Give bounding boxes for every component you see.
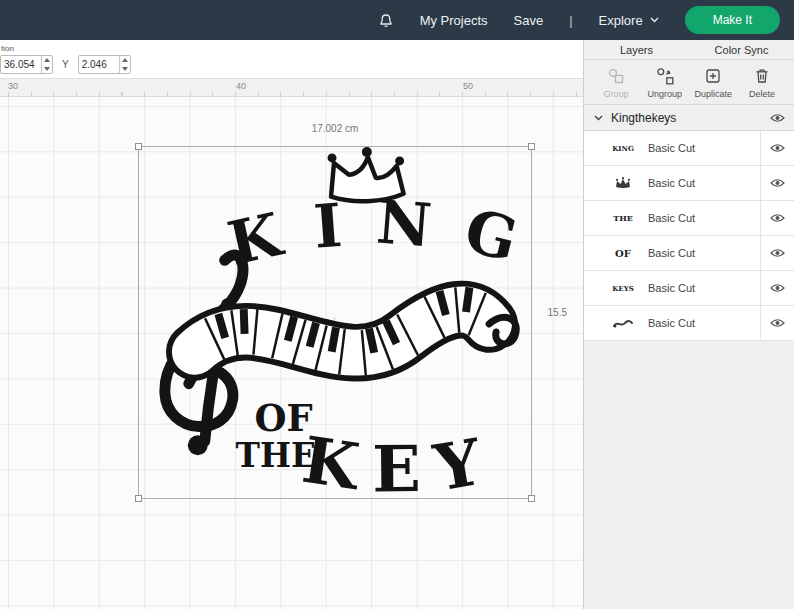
my-projects-link[interactable]: My Projects: [420, 13, 488, 28]
selection-bounding-box[interactable]: 17.002 cm 15.5: [138, 146, 532, 499]
layer-row-king[interactable]: KING Basic Cut: [584, 131, 794, 166]
y-stepper-down[interactable]: [120, 65, 130, 74]
top-nav-bar: My Projects Save | Explore Make It: [0, 0, 794, 40]
design-canvas[interactable]: 17.002 cm 15.5: [0, 97, 583, 609]
x-position-field[interactable]: [0, 55, 53, 74]
eye-icon: [770, 283, 785, 293]
ruler-tick-50: 50: [463, 81, 473, 91]
y-axis-label: Y: [62, 59, 69, 70]
ungroup-label: Ungroup: [647, 89, 682, 99]
layer-row-crown[interactable]: Basic Cut: [584, 166, 794, 201]
layer-group-name: Kingthekeys: [611, 111, 676, 125]
layer-row-the[interactable]: THE Basic Cut: [584, 201, 794, 236]
the-layer-thumbnail: THE: [606, 206, 640, 230]
main-content: tion Y: [0, 40, 794, 609]
tab-color-sync[interactable]: Color Sync: [689, 40, 794, 59]
eye-icon: [770, 143, 785, 153]
y-position-field[interactable]: [78, 55, 131, 74]
y-stepper: [119, 56, 130, 73]
layer-visibility-toggle[interactable]: [760, 166, 794, 200]
notifications-button[interactable]: [378, 12, 394, 29]
group-visibility-toggle[interactable]: [760, 105, 794, 130]
delete-button[interactable]: Delete: [738, 67, 786, 99]
piano-key-ribbon: [195, 287, 516, 376]
king-of-the-keys-artwork[interactable]: KING OF THE KEYS: [139, 147, 531, 498]
eye-icon: [770, 318, 785, 328]
crown-thumbnail: [606, 171, 640, 195]
x-stepper: [41, 56, 52, 73]
position-fields: Y: [0, 55, 131, 74]
layer-actions-toolbar: Group Ungroup Duplicate D: [584, 60, 794, 105]
horizontal-ruler: 30 40 50: [0, 79, 583, 97]
topbar-divider: |: [569, 13, 572, 28]
selection-height-label: 15.5: [548, 307, 567, 318]
layer-row-clef-keys[interactable]: Basic Cut: [584, 306, 794, 341]
ungroup-button[interactable]: Ungroup: [641, 67, 689, 99]
layer-cut-type: Basic Cut: [648, 177, 760, 189]
layer-group-header[interactable]: Kingthekeys: [584, 105, 794, 131]
layer-row-of[interactable]: OF Basic Cut: [584, 236, 794, 271]
group-label: Group: [603, 89, 628, 99]
explore-label: Explore: [599, 13, 643, 28]
layer-visibility-toggle[interactable]: [760, 131, 794, 165]
layer-visibility-toggle[interactable]: [760, 236, 794, 270]
layer-cut-type: Basic Cut: [648, 142, 760, 154]
chevron-down-icon: [650, 17, 659, 23]
duplicate-label: Duplicate: [695, 89, 733, 99]
x-position-input[interactable]: [1, 56, 41, 73]
x-stepper-down[interactable]: [42, 65, 52, 74]
position-label: tion: [1, 44, 14, 53]
layer-visibility-toggle[interactable]: [760, 271, 794, 305]
bell-icon: [378, 12, 394, 29]
ruler-tick-30: 30: [8, 81, 18, 91]
group-icon: [607, 67, 625, 85]
clef-dot: [188, 435, 208, 455]
delete-icon: [753, 67, 771, 85]
keys-layer-thumbnail: KEYS: [606, 276, 640, 300]
tab-layers[interactable]: Layers: [584, 40, 689, 59]
save-label: Save: [514, 13, 544, 28]
layers-panel: Layers Color Sync Group Ungroup: [583, 40, 794, 609]
panel-tabs: Layers Color Sync: [584, 40, 794, 60]
delete-label: Delete: [749, 89, 775, 99]
duplicate-icon: [704, 67, 722, 85]
y-position-input[interactable]: [79, 56, 119, 73]
eye-icon: [770, 178, 785, 188]
clef-keys-icon: [612, 317, 634, 329]
eye-icon: [770, 113, 785, 123]
layer-cut-type: Basic Cut: [648, 247, 760, 259]
eye-icon: [770, 213, 785, 223]
work-area: tion Y: [0, 40, 583, 609]
make-it-button[interactable]: Make It: [685, 6, 780, 34]
of-word: OF: [254, 396, 312, 440]
x-stepper-up[interactable]: [42, 56, 52, 65]
layer-cut-type: Basic Cut: [648, 317, 760, 329]
crown-icon: [614, 177, 632, 189]
ruler-tick-40: 40: [236, 81, 246, 91]
y-stepper-up[interactable]: [120, 56, 130, 65]
eye-icon: [770, 248, 785, 258]
my-projects-label: My Projects: [420, 13, 488, 28]
duplicate-button[interactable]: Duplicate: [689, 67, 737, 99]
ungroup-icon: [656, 67, 674, 85]
layer-row-keys[interactable]: KEYS Basic Cut: [584, 271, 794, 306]
layer-visibility-toggle[interactable]: [760, 306, 794, 340]
explore-menu[interactable]: Explore: [599, 13, 659, 28]
clef-keys-thumbnail: [606, 311, 640, 335]
layer-visibility-toggle[interactable]: [760, 201, 794, 235]
group-button[interactable]: Group: [592, 67, 640, 99]
edit-toolbar: tion Y: [0, 40, 583, 79]
layer-cut-type: Basic Cut: [648, 212, 760, 224]
layer-cut-type: Basic Cut: [648, 282, 760, 294]
save-link[interactable]: Save: [514, 13, 544, 28]
selection-width-label: 17.002 cm: [312, 123, 359, 134]
of-layer-thumbnail: OF: [606, 241, 640, 265]
king-layer-thumbnail: KING: [606, 136, 640, 160]
chevron-down-icon: [594, 115, 603, 121]
